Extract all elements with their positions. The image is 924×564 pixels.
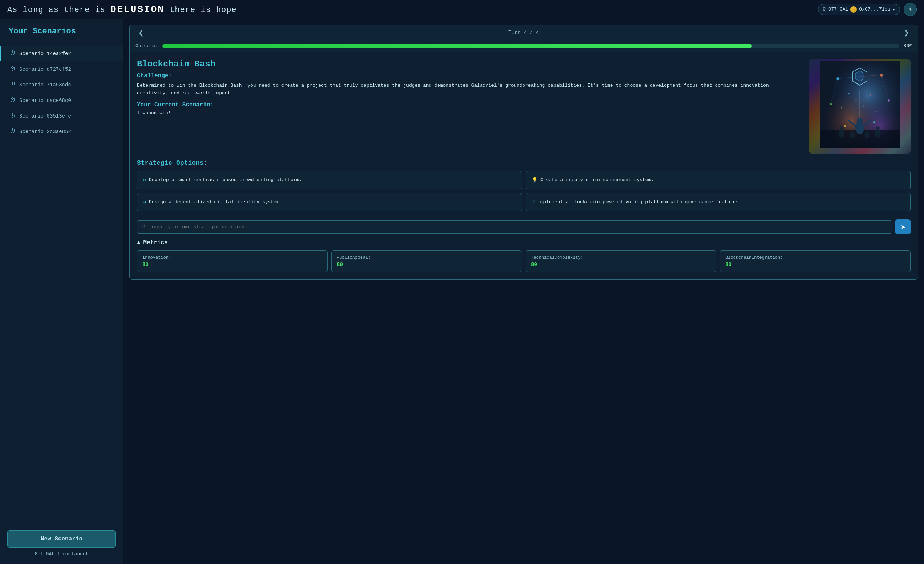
wallet-badge[interactable]: 0.977 GAL 0x07...71ba ▾ <box>818 4 900 15</box>
metric-label-1: PublicAppeal: <box>337 255 516 260</box>
top-bar-right: 0.977 GAL 0x07...71ba ▾ ☀ <box>818 3 917 16</box>
clock-icon: ⏱ <box>10 97 16 104</box>
send-button[interactable]: ➤ <box>895 219 910 235</box>
scenario-item-label: Scenario 03513efe <box>19 113 71 119</box>
svg-point-10 <box>844 125 846 127</box>
metric-label-2: TechnicalComplexity: <box>531 255 711 260</box>
scenario-text: Blockchain Bash Challenge: Determined to… <box>137 59 809 154</box>
scenario-panel: ❮ Turn 4 / 4 ❯ Outcome: 80% Blockchain B… <box>129 25 918 280</box>
wallet-chevron-icon: ▾ <box>892 6 895 12</box>
sidebar-item-71a53cdc[interactable]: ⏱Scenario 71a53cdc <box>0 77 123 93</box>
prev-arrow-icon: ❮ <box>138 29 144 36</box>
current-scenario-label: Your Current Scenario: <box>137 102 802 108</box>
svg-point-30 <box>841 108 842 109</box>
next-turn-button[interactable]: ❯ <box>901 27 912 38</box>
sidebar-header: Your Scenarios <box>0 19 123 42</box>
outcome-label: Outcome: <box>135 43 158 49</box>
option-icon-2: ⊟ <box>143 199 146 206</box>
faucet-link[interactable]: Get GAL from faucet <box>7 551 116 557</box>
new-scenario-button[interactable]: New Scenario <box>7 530 116 548</box>
metric-card-1: PublicAppeal:80 <box>331 250 522 272</box>
svg-point-23 <box>875 129 881 138</box>
svg-point-28 <box>848 93 849 94</box>
outcome-progress-fill <box>162 44 752 48</box>
svg-point-33 <box>863 106 864 107</box>
wallet-gal: 0.977 GAL <box>823 6 848 12</box>
scenario-item-label: Scenario cace68c0 <box>19 98 71 103</box>
metric-label-3: BlockchainIntegration: <box>725 255 905 260</box>
options-grid: ⊙Develop a smart contracts-based crowdfu… <box>137 171 910 211</box>
option-text-0: Develop a smart contracts-based crowdfun… <box>149 177 302 184</box>
sidebar-item-2c3ae852[interactable]: ⏱Scenario 2c3ae852 <box>0 124 123 139</box>
metric-value-2: 80 <box>531 262 711 268</box>
scenario-image-bg <box>809 59 910 154</box>
clock-icon: ⏱ <box>10 66 16 73</box>
content-area: ❮ Turn 4 / 4 ❯ Outcome: 80% Blockchain B… <box>123 19 924 564</box>
outcome-progress-bar <box>162 44 899 48</box>
app-title: As long as there is DELUSION there is ho… <box>7 4 237 15</box>
coin-icon <box>850 6 857 13</box>
clock-icon: ⏱ <box>10 128 16 135</box>
option-card-0[interactable]: ⊙Develop a smart contracts-based crowdfu… <box>137 171 522 190</box>
metrics-title-text: Metrics <box>144 239 168 246</box>
scenario-image <box>809 59 910 154</box>
svg-point-11 <box>873 121 875 123</box>
strategic-section: Strategic Options: ⊙Develop a smart cont… <box>130 154 918 219</box>
metric-label-0: Innovation: <box>142 255 322 260</box>
metrics-title: ▲ Metrics <box>137 239 910 246</box>
title-bold: DELUSION <box>110 4 165 15</box>
option-icon-0: ⊙ <box>143 177 146 184</box>
title-prefix: As long as there is <box>7 6 110 15</box>
svg-point-18 <box>857 118 862 123</box>
metric-value-1: 80 <box>337 262 516 268</box>
option-card-2[interactable]: ⊟Design a decentralized digital identity… <box>137 193 522 212</box>
turn-label: Turn 4 / 4 <box>147 30 901 36</box>
svg-point-25 <box>850 132 855 139</box>
challenge-label: Challenge: <box>137 73 802 79</box>
scenario-title: Blockchain Bash <box>137 59 802 69</box>
scenario-item-label: Scenario 71a53cdc <box>19 82 71 88</box>
main-layout: Your Scenarios ⏱Scenario 14ea2fe2⏱Scenar… <box>0 19 924 564</box>
option-text-3: Implement a blockchain-powered voting pl… <box>537 199 742 206</box>
challenge-text: Determined to win the Blockchain Bash, y… <box>137 82 802 97</box>
option-card-3[interactable]: ☄Implement a blockchain-powered voting p… <box>525 193 910 212</box>
svg-point-24 <box>876 126 880 130</box>
outcome-row: Outcome: 80% <box>130 40 918 52</box>
option-icon-3: ☄ <box>532 199 535 206</box>
outcome-percent: 80% <box>904 43 912 49</box>
strategy-input[interactable] <box>137 220 892 234</box>
option-text-2: Design a decentralized digital identity … <box>149 199 282 206</box>
scenario-item-label: Scenario d727ef52 <box>19 66 71 72</box>
metric-card-2: TechnicalComplexity:80 <box>525 250 716 272</box>
sidebar-item-cace68c0[interactable]: ⏱Scenario cace68c0 <box>0 93 123 108</box>
metrics-section: ▲ Metrics Innovation:80PublicAppeal:80Te… <box>130 239 918 280</box>
metric-card-3: BlockchainIntegration:80 <box>720 250 910 272</box>
input-row: ➤ <box>130 219 918 239</box>
next-arrow-icon: ❯ <box>904 29 909 36</box>
svg-point-21 <box>838 129 844 138</box>
metric-card-0: Innovation:80 <box>137 250 328 272</box>
svg-point-29 <box>870 94 872 96</box>
scenario-list: ⏱Scenario 14ea2fe2⏱Scenario d727ef52⏱Sce… <box>0 42 123 524</box>
option-icon-1: 💡 <box>532 177 537 184</box>
sidebar-footer: New Scenario Get GAL from faucet <box>0 524 123 564</box>
strategic-title: Strategic Options: <box>137 159 910 167</box>
option-text-1: Create a supply chain management system. <box>540 177 654 184</box>
svg-point-26 <box>864 132 870 139</box>
top-bar: As long as there is DELUSION there is ho… <box>0 0 924 19</box>
scenario-content: Blockchain Bash Challenge: Determined to… <box>130 52 918 154</box>
title-suffix: there is hope <box>165 6 237 15</box>
option-card-1[interactable]: 💡Create a supply chain management system… <box>525 171 910 190</box>
metrics-grid: Innovation:80PublicAppeal:80TechnicalCom… <box>137 250 910 272</box>
svg-marker-5 <box>855 71 864 81</box>
sidebar-item-d727ef52[interactable]: ⏱Scenario d727ef52 <box>0 61 123 77</box>
prev-turn-button[interactable]: ❮ <box>135 27 147 38</box>
metric-value-3: 80 <box>725 262 905 268</box>
clock-icon: ⏱ <box>10 50 16 57</box>
sidebar-item-14ea2fe2[interactable]: ⏱Scenario 14ea2fe2 <box>0 46 123 61</box>
send-icon: ➤ <box>901 224 906 230</box>
sidebar-item-03513efe[interactable]: ⏱Scenario 03513efe <box>0 108 123 124</box>
settings-button[interactable]: ☀ <box>904 3 917 16</box>
sidebar: Your Scenarios ⏱Scenario 14ea2fe2⏱Scenar… <box>0 19 123 564</box>
wallet-address: 0x07...71ba <box>859 6 890 12</box>
